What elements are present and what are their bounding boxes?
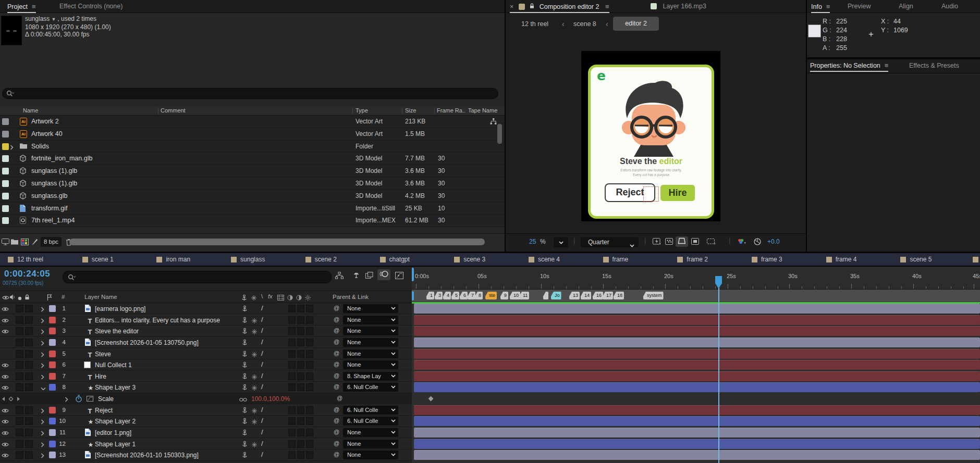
layer-name[interactable]: [Screenshot 2026-01-10 150303.png] [95, 452, 199, 459]
hire-button[interactable]: Hire [660, 185, 695, 201]
column-parent-link[interactable]: Parent & Link [333, 294, 369, 300]
layer-row-12[interactable]: 12★Shape Layer 1/@None [0, 439, 412, 449]
eye-icon[interactable] [2, 362, 9, 369]
zoom-level[interactable]: 25 [529, 238, 536, 245]
comp-tab-frame[interactable]: frame [603, 253, 629, 266]
switch-cell[interactable] [306, 305, 313, 312]
collapse-switch[interactable] [252, 408, 257, 415]
switch-cell[interactable] [306, 417, 313, 425]
quality-switch[interactable]: / [261, 440, 263, 447]
eye-icon[interactable] [2, 418, 9, 426]
quality-switch[interactable]: / [261, 338, 263, 346]
comp-marker[interactable]: 1 [426, 292, 434, 299]
layer-row-7[interactable]: 7THire/@8. Shape Lay [0, 371, 412, 382]
eye-icon[interactable] [2, 430, 9, 437]
panel-menu-icon[interactable]: ≡ [826, 3, 830, 10]
navigator-handle[interactable] [412, 291, 414, 301]
switch-cell[interactable] [306, 429, 313, 436]
chevron-right-icon[interactable] [41, 374, 44, 381]
tab-project[interactable]: Project≡ [7, 0, 36, 13]
layer-row-1[interactable]: 1[earnera logo.png]/@None [0, 303, 412, 314]
switch-cell[interactable] [306, 361, 313, 369]
switch-cell[interactable] [288, 417, 296, 425]
parent-dropdown[interactable]: None [343, 349, 398, 358]
audio-cell[interactable] [16, 451, 23, 459]
comp-tab-partial[interactable] [973, 253, 978, 266]
audio-cell[interactable] [16, 361, 23, 369]
switch-cell[interactable] [306, 440, 313, 448]
tab-effects-presets[interactable]: Effects & Presets [909, 62, 959, 69]
layer-row-4[interactable]: 4[Screenshot 2026-01-05 130750.png]/@Non… [0, 337, 412, 348]
lock-cell[interactable] [25, 316, 33, 324]
parent-pickwhip-icon[interactable]: @ [334, 361, 339, 367]
comp-marker[interactable]: 4 [443, 292, 451, 299]
chevron-right-icon[interactable] [41, 329, 44, 336]
project-horizontal-scrollbar[interactable] [69, 239, 485, 245]
lock-cell[interactable] [25, 417, 33, 425]
chevron-right-icon[interactable] [41, 408, 44, 415]
lock-icon[interactable] [530, 3, 534, 10]
switch-cell[interactable] [306, 372, 313, 380]
threed-switch-icon[interactable] [305, 295, 311, 302]
comp-marker[interactable]: 13 [569, 292, 580, 299]
layer-duration-bar[interactable] [414, 337, 980, 347]
tab-properties[interactable]: Properties: No Selection≡ [810, 61, 888, 72]
shy-switch[interactable] [242, 361, 248, 370]
item-name[interactable]: 7th reel_1.mp4 [31, 217, 75, 224]
parent-dropdown[interactable]: 8. Shape Lay [343, 372, 398, 381]
timeline-search-input[interactable] [63, 271, 332, 283]
project-search-input[interactable] [2, 88, 498, 99]
switch-cell[interactable] [297, 339, 304, 346]
project-row[interactable]: fortnite_iron_man.glb3D Model7.7 MB30 [0, 153, 505, 165]
chevron-right-icon[interactable] [41, 362, 44, 370]
switch-cell[interactable] [306, 316, 313, 324]
layer-name[interactable]: Reject [95, 407, 113, 414]
switch-cell[interactable] [306, 339, 313, 346]
parent-dropdown[interactable]: None [343, 428, 398, 437]
tab-info[interactable]: Info≡ [811, 0, 830, 13]
parent-pickwhip-icon[interactable]: @ [334, 339, 339, 345]
layer-duration-bar[interactable] [414, 428, 980, 437]
comp-marker[interactable]: 16 [593, 292, 603, 299]
switch-cell[interactable] [288, 339, 296, 346]
shy-layers-icon[interactable] [353, 272, 360, 280]
graph-icon[interactable] [87, 396, 93, 403]
project-row[interactable]: AiArtwork 40Vector Art1.5 MB [0, 128, 505, 141]
shy-switch-icon[interactable] [241, 294, 247, 302]
layer-row-11[interactable]: 11[editor 1.png]/@None [0, 427, 412, 438]
layer-duration-bar[interactable] [414, 450, 980, 460]
close-icon[interactable]: × [510, 3, 513, 10]
shy-switch[interactable] [242, 351, 248, 359]
selected-item-name[interactable]: sunglass [25, 15, 50, 22]
solo-icon[interactable] [18, 295, 22, 302]
comp-tab-scene-4[interactable]: scene 4 [529, 253, 560, 266]
comp-marker[interactable]: 9 [500, 292, 508, 299]
parent-pickwhip-icon[interactable]: @ [334, 327, 339, 333]
comp-tab-scene-2[interactable]: scene 2 [305, 253, 337, 266]
comp-tab-sunglass[interactable]: sunglass [231, 253, 265, 266]
transparency-grid-icon[interactable] [665, 238, 673, 246]
comp-marker[interactable]: 17 [603, 292, 613, 299]
speaker-icon[interactable] [10, 294, 16, 301]
switch-cell[interactable] [288, 429, 296, 436]
frame-blend-switch-icon[interactable] [277, 295, 284, 302]
eye-icon[interactable] [2, 317, 9, 324]
eye-icon[interactable] [2, 384, 9, 392]
color-label[interactable] [2, 143, 9, 150]
project-row[interactable]: SolidsFolder [0, 141, 505, 153]
motion-blur-switch-icon[interactable] [287, 295, 293, 302]
shy-switch[interactable] [242, 441, 248, 449]
layer-duration-bar[interactable] [414, 405, 980, 415]
quality-switch[interactable]: / [261, 383, 263, 391]
switch-cell[interactable] [306, 383, 313, 391]
switch-cell[interactable] [288, 440, 296, 448]
shy-switch[interactable] [242, 317, 248, 325]
switch-cell[interactable] [288, 451, 296, 459]
exposure-value[interactable]: +0.0 [767, 238, 780, 245]
switch-cell[interactable] [306, 327, 313, 335]
comp-tab-scene-5[interactable]: scene 5 [900, 253, 932, 266]
quality-switch[interactable]: / [261, 304, 263, 312]
resolution-dropdown[interactable]: Quarter [581, 237, 639, 247]
comp-marker[interactable]: 8 [475, 292, 483, 299]
switch-cell[interactable] [288, 406, 296, 414]
